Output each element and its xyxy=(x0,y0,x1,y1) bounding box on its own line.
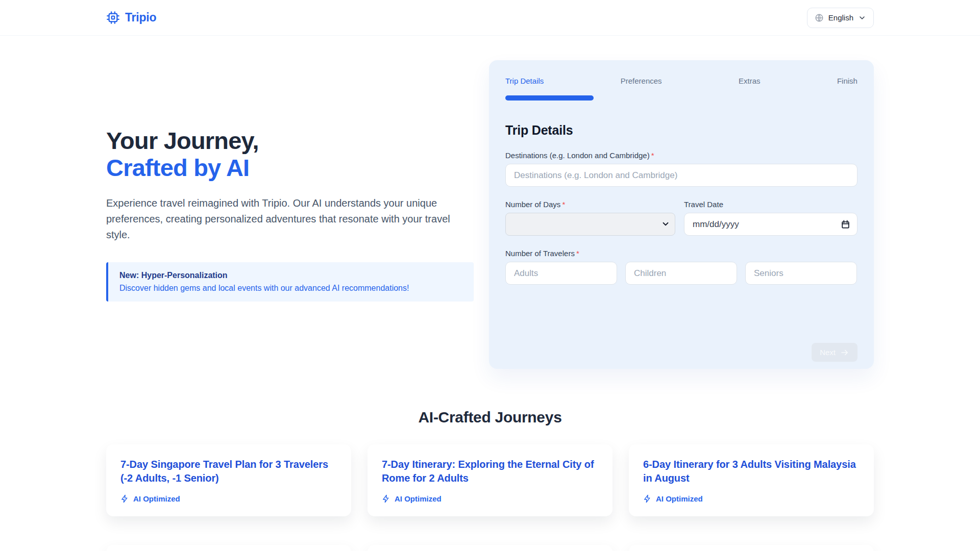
journeys-heading: AI-Crafted Journeys xyxy=(106,409,874,426)
hero-description: Experience travel reimagined with Tripio… xyxy=(106,195,463,243)
lightning-bolt-icon xyxy=(643,494,652,503)
callout-description: Discover hidden gems and local events wi… xyxy=(119,284,462,293)
journey-card[interactable]: 7-Day Osaka Itinerary for 3 Adults in Au… xyxy=(368,545,612,551)
destinations-input[interactable] xyxy=(505,164,857,187)
ai-optimized-badge: AI Optimized xyxy=(382,494,598,503)
journey-card[interactable]: 7-Day Singapore Travel Plan for 3 Travel… xyxy=(106,444,351,516)
travel-date-input[interactable] xyxy=(684,213,857,236)
required-asterisk: * xyxy=(562,200,565,209)
language-selector-button[interactable]: English xyxy=(807,8,874,28)
arrow-right-icon xyxy=(840,348,849,357)
ai-optimized-badge: AI Optimized xyxy=(120,494,337,503)
form-heading: Trip Details xyxy=(505,123,857,138)
brand-name: Tripio xyxy=(125,11,156,24)
journey-card[interactable]: 7-Day Hanoi: A Family-Friendly Adventure… xyxy=(106,545,351,551)
calendar-icon[interactable] xyxy=(841,219,850,231)
travel-date-label: Travel Date xyxy=(684,200,857,209)
lightning-bolt-icon xyxy=(382,494,390,503)
journeys-grid-row1: 7-Day Singapore Travel Plan for 3 Travel… xyxy=(106,444,874,516)
ai-optimized-label: AI Optimized xyxy=(395,494,442,503)
next-button-label: Next xyxy=(820,348,836,357)
required-asterisk: * xyxy=(651,151,654,160)
chevron-down-icon xyxy=(858,14,866,22)
step-finish[interactable]: Finish xyxy=(837,77,857,85)
required-asterisk: * xyxy=(576,249,579,258)
step-trip-details[interactable]: Trip Details xyxy=(505,77,544,85)
journey-card[interactable]: Discover Historic Villages & Cultures in… xyxy=(629,545,874,551)
language-label: English xyxy=(828,13,853,22)
progress-track xyxy=(505,95,857,101)
days-select[interactable] xyxy=(505,213,675,236)
journeys-section: AI-Crafted Journeys 7-Day Singapore Trav… xyxy=(0,409,980,551)
journey-title: 6-Day Itinerary for 3 Adults Visiting Ma… xyxy=(643,458,860,485)
seniors-input[interactable] xyxy=(745,262,857,285)
step-preferences[interactable]: Preferences xyxy=(621,77,662,85)
journey-card[interactable]: 6-Day Itinerary for 3 Adults Visiting Ma… xyxy=(629,444,874,516)
hero-section: Your Journey, Crafted by AI Experience t… xyxy=(0,36,980,369)
announcement-callout: New: Hyper-Personalization Discover hidd… xyxy=(106,262,474,302)
step-extras[interactable]: Extras xyxy=(739,77,761,85)
hero-title-line1: Your Journey, xyxy=(106,127,259,154)
children-input[interactable] xyxy=(625,262,737,285)
days-label: Number of Days* xyxy=(505,200,675,209)
globe-icon xyxy=(815,13,824,22)
journey-title: 7-Day Singapore Travel Plan for 3 Travel… xyxy=(120,458,337,485)
hero-title: Your Journey, Crafted by AI xyxy=(106,128,479,181)
destinations-label: Destinations (e.g. London and Cambridge)… xyxy=(505,151,857,160)
callout-title: New: Hyper-Personalization xyxy=(119,271,462,280)
ai-optimized-label: AI Optimized xyxy=(133,494,180,503)
adults-input[interactable] xyxy=(505,262,617,285)
ai-optimized-badge: AI Optimized xyxy=(643,494,860,503)
chip-icon xyxy=(106,11,120,24)
progress-fill xyxy=(505,95,594,101)
wizard-steps: Trip Details Preferences Extras Finish xyxy=(505,77,857,85)
hero-title-line2: Crafted by AI xyxy=(106,154,249,181)
travelers-label: Number of Travelers* xyxy=(505,249,857,258)
journey-card[interactable]: 7-Day Itinerary: Exploring the Eternal C… xyxy=(368,444,612,516)
top-navbar: Tripio English xyxy=(0,0,980,36)
trip-wizard-card: Trip Details Preferences Extras Finish T… xyxy=(489,60,874,369)
journey-title: 7-Day Itinerary: Exploring the Eternal C… xyxy=(382,458,598,485)
brand-logo[interactable]: Tripio xyxy=(106,11,156,24)
ai-optimized-label: AI Optimized xyxy=(656,494,703,503)
hero-copy: Your Journey, Crafted by AI Experience t… xyxy=(106,128,479,302)
next-button[interactable]: Next xyxy=(812,343,857,362)
lightning-bolt-icon xyxy=(120,494,129,503)
journeys-grid-row2: 7-Day Hanoi: A Family-Friendly Adventure… xyxy=(106,545,874,551)
